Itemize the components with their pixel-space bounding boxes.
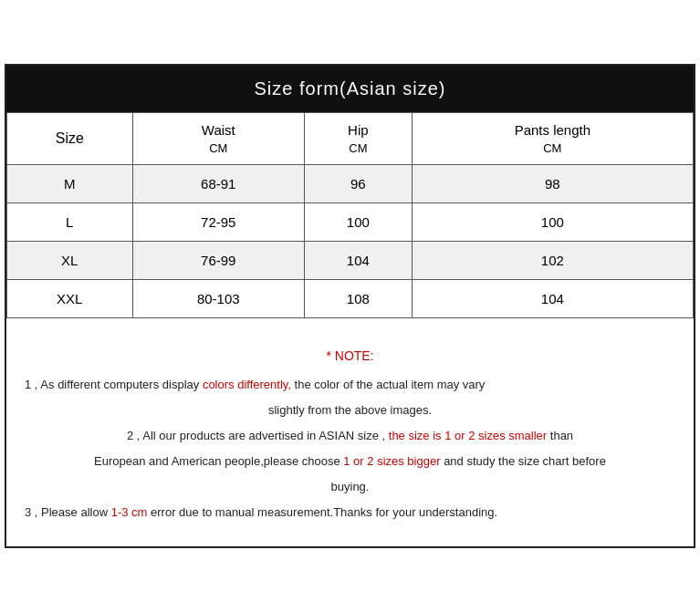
cell-hip: 100	[305, 202, 413, 241]
header-hip: Hip CM	[305, 112, 413, 164]
note-2: 2 , All our products are advertised in A…	[25, 426, 675, 446]
cell-waist: 68-91	[132, 164, 304, 202]
cell-pants: 104	[412, 279, 693, 317]
notes-section: * NOTE: 1 , As different computers displ…	[6, 318, 694, 546]
cell-hip: 108	[305, 279, 413, 317]
cell-size: M	[7, 164, 133, 202]
note-2-line3: buying.	[25, 477, 675, 497]
table-row: XXL80-103108104	[7, 279, 694, 317]
size-table: Size Waist CM Hip CM Pants length CM M68…	[6, 112, 694, 318]
cell-pants: 100	[412, 202, 693, 241]
table-row: L72-95100100	[7, 202, 694, 241]
table-row: XL76-99104102	[7, 241, 694, 279]
cell-size: L	[7, 202, 133, 241]
cell-hip: 104	[305, 241, 413, 279]
size-chart-container: Size form(Asian size) Size Waist CM Hip …	[5, 64, 695, 548]
cell-waist: 72-95	[132, 202, 304, 241]
chart-title: Size form(Asian size)	[6, 66, 694, 112]
header-size: Size	[7, 112, 133, 164]
note-1-line2: slightly from the above images.	[25, 400, 675, 420]
table-header-row: Size Waist CM Hip CM Pants length CM	[7, 112, 694, 164]
header-waist: Waist CM	[132, 112, 304, 164]
cell-waist: 76-99	[132, 241, 304, 279]
note-title: * NOTE:	[25, 346, 675, 368]
cell-size: XXL	[7, 279, 133, 317]
header-pants: Pants length CM	[412, 112, 693, 164]
cell-waist: 80-103	[132, 279, 304, 317]
cell-pants: 98	[412, 164, 693, 202]
table-row: M68-919698	[7, 164, 694, 202]
note-2-line2: European and American people,please choo…	[25, 451, 675, 472]
cell-hip: 96	[305, 164, 413, 202]
cell-pants: 102	[412, 241, 693, 279]
note-1: 1 , As different computers display color…	[25, 375, 675, 395]
note-3: 3 , Please allow 1-3 cm error due to man…	[25, 503, 675, 523]
cell-size: XL	[7, 241, 133, 279]
